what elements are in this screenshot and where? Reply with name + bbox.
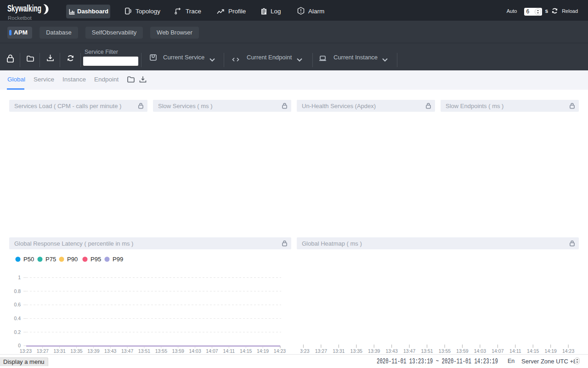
svg-text:13:59: 13:59 bbox=[172, 348, 184, 354]
svg-text:14:15: 14:15 bbox=[240, 348, 252, 354]
svg-text:14:15: 14:15 bbox=[527, 348, 539, 354]
svg-text:13:35: 13:35 bbox=[351, 348, 362, 354]
svg-text:P75: P75 bbox=[45, 256, 56, 263]
svg-text:13:51: 13:51 bbox=[421, 348, 433, 354]
svg-text:13:35: 13:35 bbox=[70, 348, 82, 354]
svg-text:14:23: 14:23 bbox=[562, 348, 574, 354]
svg-text:P95: P95 bbox=[90, 256, 101, 263]
svg-text:13:31: 13:31 bbox=[53, 348, 65, 354]
svg-text:13:43: 13:43 bbox=[104, 348, 116, 354]
svg-text:14:03: 14:03 bbox=[474, 348, 486, 354]
svg-text:13:31: 13:31 bbox=[333, 348, 345, 354]
svg-text:13:23: 13:23 bbox=[20, 348, 32, 354]
svg-text:0.4: 0.4 bbox=[14, 316, 21, 321]
svg-text:P99: P99 bbox=[113, 256, 123, 263]
svg-text:14:23: 14:23 bbox=[274, 348, 286, 354]
svg-text:0: 0 bbox=[18, 343, 21, 348]
svg-text:0.2: 0.2 bbox=[14, 329, 21, 335]
svg-text:1: 1 bbox=[18, 275, 21, 280]
svg-text:14:03: 14:03 bbox=[189, 348, 201, 354]
svg-text:13:47: 13:47 bbox=[121, 348, 133, 354]
svg-text:13:39: 13:39 bbox=[87, 348, 99, 354]
svg-text:P90: P90 bbox=[67, 256, 78, 263]
svg-text:14:07: 14:07 bbox=[206, 348, 218, 354]
svg-text:14:11: 14:11 bbox=[223, 348, 235, 354]
svg-text:13:27: 13:27 bbox=[37, 348, 49, 354]
svg-text:13:23: 13:23 bbox=[300, 348, 310, 354]
svg-text:13:59: 13:59 bbox=[456, 348, 468, 354]
svg-text:14:07: 14:07 bbox=[492, 348, 503, 354]
svg-text:0.8: 0.8 bbox=[14, 288, 21, 294]
svg-text:13:55: 13:55 bbox=[439, 348, 451, 354]
svg-text:13:47: 13:47 bbox=[403, 348, 415, 354]
svg-text:13:27: 13:27 bbox=[315, 348, 327, 354]
svg-text:14:19: 14:19 bbox=[257, 348, 269, 354]
svg-text:13:43: 13:43 bbox=[386, 348, 398, 354]
svg-text:13:51: 13:51 bbox=[138, 348, 150, 354]
svg-text:P50: P50 bbox=[23, 256, 34, 263]
svg-text:0.6: 0.6 bbox=[14, 302, 21, 307]
svg-text:14:19: 14:19 bbox=[545, 348, 557, 354]
svg-text:13:39: 13:39 bbox=[368, 348, 380, 354]
svg-text:14:11: 14:11 bbox=[509, 348, 521, 354]
svg-text:13:55: 13:55 bbox=[155, 348, 167, 354]
